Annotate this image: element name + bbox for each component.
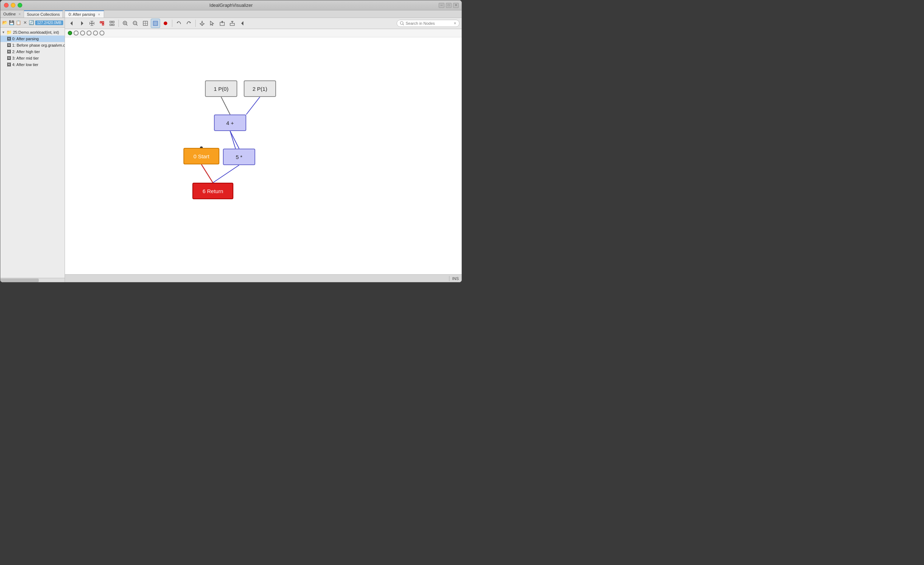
tree-item-3[interactable]: 🖼 3: After mid tier (0, 55, 64, 61)
tree-area[interactable]: ▼ 📁 25:Demo.workload(int, int) 🖼 0: Afte… (0, 28, 64, 278)
win-ctrl-3[interactable]: ✕ (453, 3, 459, 8)
sidebar-btn-copy[interactable]: 📋 (15, 19, 21, 27)
graph-edges-svg (65, 37, 462, 274)
tool-move-left[interactable] (67, 19, 76, 28)
window-buttons (4, 3, 22, 7)
tool-pin[interactable] (197, 19, 207, 28)
tool-export[interactable] (218, 19, 227, 28)
tool-select[interactable] (207, 19, 217, 28)
svg-rect-13 (110, 24, 112, 25)
tool-zoom-fit[interactable] (151, 19, 160, 28)
tree-item-0[interactable]: 🖼 0: After parsing (0, 36, 64, 42)
node-return[interactable]: 6 Return (192, 183, 233, 199)
right-panel: 0: After parsing × (65, 10, 462, 282)
node-param-0[interactable]: 1 P(0) (205, 80, 237, 97)
sidebar-btn-refresh[interactable]: 🔄 (28, 19, 34, 27)
tool-center[interactable] (87, 19, 97, 28)
tree-item-2[interactable]: 🖼 2: After high tier (0, 48, 64, 55)
memory-badge: 127.2/420.0MB (35, 21, 63, 25)
phase-circle-4 (93, 30, 98, 36)
svg-line-18 (126, 24, 128, 25)
graph-tab-close[interactable]: × (98, 13, 100, 16)
maximize-button[interactable] (18, 3, 22, 7)
tool-import[interactable] (228, 19, 237, 28)
tool-zoom-grid[interactable] (141, 19, 150, 28)
graph-icon-0: 🖼 (7, 36, 11, 41)
graph-canvas[interactable]: 1 P(0) 2 P(1) 4 + 5 * 0 Start (65, 37, 462, 274)
node-param-1-label: 2 P(1) (253, 86, 267, 92)
sidebar: Outline × Source Collections 📂 💾 📋 ✕ 🔄 1… (0, 10, 65, 282)
search-input[interactable] (406, 21, 452, 25)
tab-outline-label: Outline (3, 12, 16, 16)
node-param-1[interactable]: 2 P(1) (244, 80, 276, 97)
tree-item-4[interactable]: 🖼 4: After low tier (0, 61, 64, 68)
window-title: IdealGraphVisualizer (209, 3, 252, 8)
svg-rect-12 (112, 21, 114, 22)
tree-item-4-label: 4: After low tier (12, 63, 38, 67)
graph-tabs: 0: After parsing × (65, 10, 462, 18)
sidebar-btn-delete[interactable]: ✕ (22, 19, 28, 27)
tool-layout[interactable] (107, 19, 117, 28)
graph-tab-label: 0: After parsing (69, 12, 95, 16)
graph-tab-after-parsing[interactable]: 0: After parsing × (65, 10, 104, 18)
svg-rect-38 (230, 23, 234, 25)
phase-bar (65, 29, 462, 37)
tab-outline[interactable]: Outline × (0, 10, 24, 18)
phase-dot-0 (68, 31, 72, 35)
node-mul[interactable]: 5 * (223, 148, 255, 165)
svg-marker-40 (241, 21, 243, 25)
tool-record[interactable] (161, 19, 170, 28)
svg-rect-9 (102, 24, 104, 25)
graph-icon-4: 🖼 (7, 62, 11, 67)
svg-line-21 (136, 24, 138, 25)
tool-nav-back[interactable] (238, 19, 247, 28)
tree-root-label: 25:Demo.workload(int, int) (13, 30, 59, 34)
sidebar-btn-open[interactable]: 📂 (2, 19, 8, 27)
svg-point-30 (164, 21, 167, 25)
svg-line-43 (221, 97, 230, 114)
node-return-label: 6 Return (202, 188, 223, 194)
toolbar-sep-3 (195, 20, 196, 27)
svg-line-44 (246, 97, 260, 114)
svg-rect-25 (153, 21, 158, 25)
window-controls-right: ─ □ ✕ (439, 3, 459, 8)
node-param-0-label: 1 P(0) (214, 86, 229, 92)
tool-zoom-in[interactable] (121, 19, 130, 28)
svg-line-47 (213, 165, 239, 183)
search-icon (400, 21, 404, 25)
main-content: Outline × Source Collections 📂 💾 📋 ✕ 🔄 1… (0, 10, 462, 282)
tool-zoom-out[interactable] (130, 19, 140, 28)
sidebar-scrollbar-thumb (0, 279, 39, 282)
tool-move-right[interactable] (77, 19, 87, 28)
folder-icon: 📁 (6, 30, 12, 35)
svg-rect-11 (110, 21, 112, 22)
node-start[interactable]: 0 Start (183, 148, 219, 165)
search-box[interactable]: × (397, 20, 459, 27)
tree-root[interactable]: ▼ 📁 25:Demo.workload(int, int) (0, 29, 64, 36)
svg-marker-37 (221, 21, 223, 22)
tool-undo[interactable] (174, 19, 183, 28)
node-start-label: 0 Start (194, 153, 209, 159)
toolbar: × (65, 18, 462, 29)
tree-item-1[interactable]: 🖼 1: Before phase org.graalvm.comp… (0, 42, 64, 48)
close-button[interactable] (4, 3, 9, 7)
node-add[interactable]: 4 + (214, 114, 246, 131)
tab-source-collections[interactable]: Source Collections (24, 10, 63, 18)
win-ctrl-1[interactable]: ─ (439, 3, 444, 8)
minimize-button[interactable] (11, 3, 15, 7)
graph-icon-2: 🖼 (7, 49, 11, 54)
tree-arrow-root: ▼ (2, 30, 5, 34)
svg-rect-8 (100, 21, 102, 23)
tab-outline-close[interactable]: × (19, 12, 21, 16)
phase-circle-2 (80, 30, 85, 36)
win-ctrl-2[interactable]: □ (446, 3, 452, 8)
sidebar-toolbar: 📂 💾 📋 ✕ 🔄 127.2/420.0MB (0, 18, 64, 28)
sidebar-tabs: Outline × Source Collections (0, 10, 64, 18)
sidebar-btn-save[interactable]: 💾 (9, 19, 15, 27)
sidebar-scrollbar[interactable] (0, 278, 64, 282)
tool-fit[interactable] (97, 19, 106, 28)
search-clear-button[interactable]: × (454, 21, 456, 26)
tool-redo[interactable] (184, 19, 194, 28)
svg-line-48 (201, 165, 213, 183)
svg-marker-34 (210, 21, 214, 25)
